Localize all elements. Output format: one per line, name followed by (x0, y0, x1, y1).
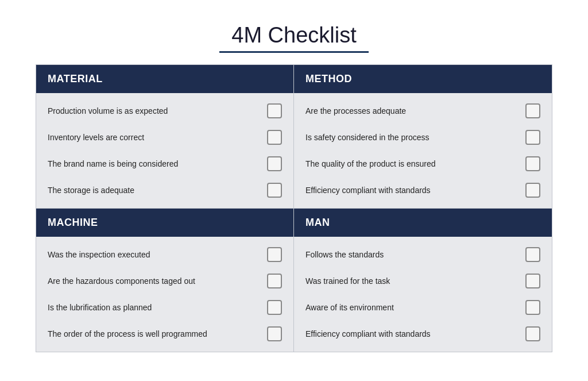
page-title: 4M Checklist (36, 23, 552, 48)
list-item: Production volume is as expected (36, 98, 293, 124)
list-item: The quality of the product is ensured (294, 151, 552, 177)
checklist-grid: MATERIAL Production volume is as expecte… (36, 64, 552, 352)
list-item: Is safety considered in the process (294, 124, 552, 151)
checklist-item-label: Was the inspection executed (48, 249, 267, 260)
page-container: 4M Checklist MATERIAL Production volume … (18, 11, 570, 370)
checklist-item-label: Are the hazardous components taged out (48, 276, 267, 286)
section-body-man: Follows the standardsWas trained for the… (294, 237, 552, 352)
checkbox[interactable] (525, 156, 540, 171)
list-item: Follows the standards (294, 241, 552, 268)
list-item: Are the processes adequate (294, 98, 552, 124)
checklist-item-label: The storage is adequate (48, 185, 267, 195)
list-item: Efficiency compliant with standards (294, 177, 552, 203)
checkbox[interactable] (525, 130, 540, 145)
section-machine: MACHINE Was the inspection executedAre t… (36, 209, 294, 352)
list-item: The brand name is being considered (36, 151, 293, 177)
checkbox[interactable] (267, 274, 282, 288)
checklist-item-label: The order of the process is well program… (48, 329, 267, 339)
section-header-method: METHOD (294, 65, 552, 93)
checklist-item-label: Efficiency compliant with standards (305, 185, 525, 195)
checkbox[interactable] (525, 247, 540, 262)
checklist-item-label: Aware of its environment (305, 302, 525, 313)
checkbox[interactable] (267, 103, 282, 118)
section-header-material: MATERIAL (36, 65, 293, 93)
list-item: Is the lubrification as planned (36, 294, 293, 321)
section-body-material: Production volume is as expectedInventor… (36, 93, 293, 208)
list-item: Was trained for the task (294, 268, 552, 294)
checkbox[interactable] (525, 183, 540, 198)
checkbox[interactable] (267, 130, 282, 145)
title-underline (219, 51, 369, 53)
section-body-machine: Was the inspection executedAre the hazar… (36, 237, 293, 352)
checklist-item-label: Follows the standards (305, 249, 525, 260)
checkbox[interactable] (267, 300, 282, 315)
checklist-item-label: The quality of the product is ensured (305, 159, 525, 169)
checklist-item-label: Inventory levels are correct (48, 132, 267, 143)
list-item: The storage is adequate (36, 177, 293, 203)
checkbox[interactable] (267, 183, 282, 198)
checkbox[interactable] (525, 300, 540, 315)
list-item: Are the hazardous components taged out (36, 268, 293, 294)
checklist-item-label: Is safety considered in the process (305, 132, 525, 143)
section-method: METHOD Are the processes adequateIs safe… (294, 65, 552, 209)
section-header-machine: MACHINE (36, 209, 293, 237)
section-man: MAN Follows the standardsWas trained for… (294, 209, 552, 352)
list-item: Inventory levels are correct (36, 124, 293, 151)
section-header-man: MAN (294, 209, 552, 237)
checkbox[interactable] (525, 103, 540, 118)
list-item: Was the inspection executed (36, 241, 293, 268)
checklist-item-label: Efficiency compliant with standards (305, 329, 525, 339)
checklist-item-label: Are the processes adequate (305, 106, 525, 116)
section-body-method: Are the processes adequateIs safety cons… (294, 93, 552, 208)
checklist-item-label: Is the lubrification as planned (48, 302, 267, 313)
list-item: The order of the process is well program… (36, 321, 293, 347)
checkbox[interactable] (525, 326, 540, 341)
checkbox[interactable] (525, 274, 540, 288)
list-item: Aware of its environment (294, 294, 552, 321)
list-item: Efficiency compliant with standards (294, 321, 552, 347)
checklist-item-label: Production volume is as expected (48, 106, 267, 116)
checklist-item-label: The brand name is being considered (48, 159, 267, 169)
checkbox[interactable] (267, 247, 282, 262)
checklist-item-label: Was trained for the task (305, 276, 525, 286)
checkbox[interactable] (267, 326, 282, 341)
section-material: MATERIAL Production volume is as expecte… (36, 65, 294, 209)
checkbox[interactable] (267, 156, 282, 171)
